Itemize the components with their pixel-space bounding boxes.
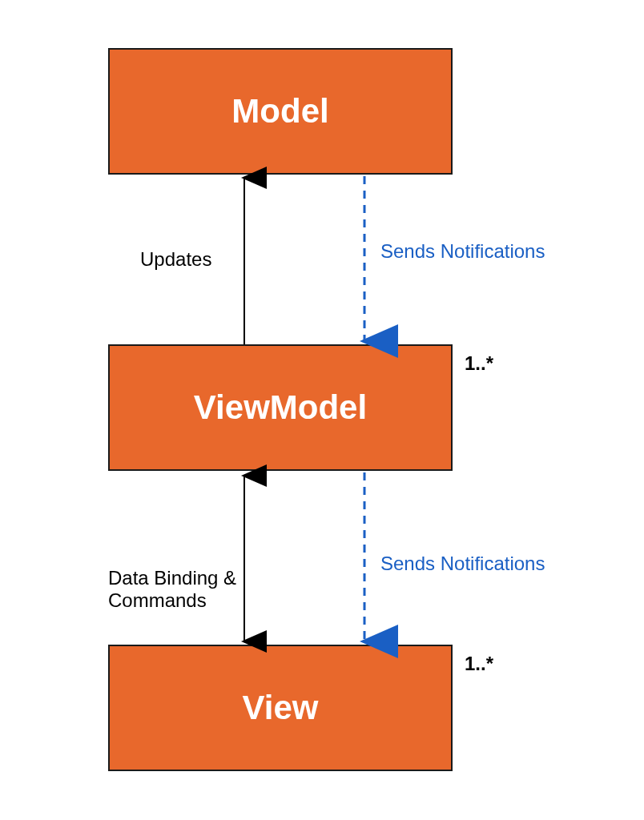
- box-model: Model: [108, 48, 453, 175]
- arrow-notifications2: [356, 471, 372, 646]
- arrow-updates: [236, 175, 252, 346]
- label-databinding: Data Binding & Commands: [108, 545, 236, 612]
- arrow-notifications1: [356, 175, 372, 346]
- arrow-databinding: [236, 471, 252, 646]
- box-view: View: [108, 645, 453, 771]
- multiplicity-view: 1..*: [465, 653, 493, 675]
- label-updates: Updates: [140, 248, 211, 271]
- label-notifications1: Sends Notifications: [380, 240, 545, 263]
- label-notifications2: Sends Notifications: [380, 553, 545, 575]
- box-viewmodel-label: ViewModel: [194, 388, 367, 427]
- multiplicity-viewmodel: 1..*: [465, 352, 493, 375]
- box-view-label: View: [243, 689, 319, 727]
- box-viewmodel: ViewModel: [108, 344, 453, 471]
- box-model-label: Model: [231, 92, 328, 131]
